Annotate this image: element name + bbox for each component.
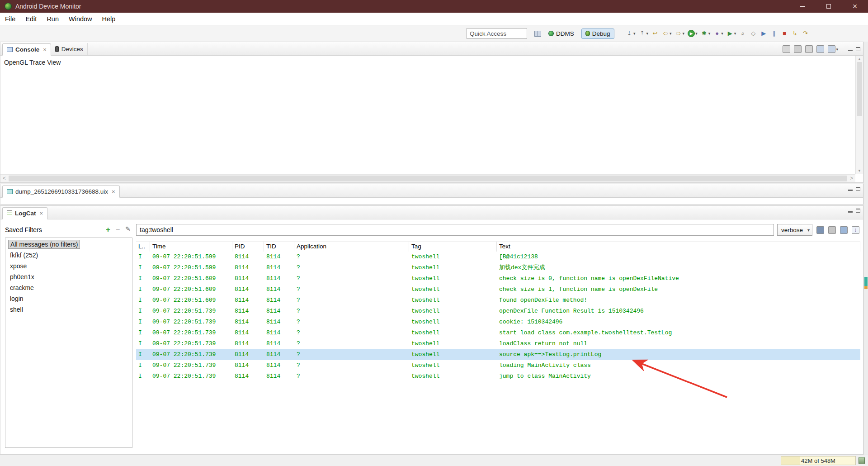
scroll-right-icon[interactable]: > (850, 175, 853, 181)
dropdown-chevron-icon[interactable]: ▾ (670, 31, 672, 36)
filter-item[interactable]: All messages (no filters) (5, 239, 132, 250)
logcat-search-input[interactable] (136, 224, 774, 236)
log-row[interactable]: I09-07 22:20:51.59981148114?twoshell[B@4… (136, 252, 860, 262)
debug-perspective-button[interactable]: Debug (581, 29, 614, 39)
edit-filter-icon[interactable]: ✎ (125, 225, 131, 234)
forward-icon[interactable]: ⇨▾ (674, 29, 686, 38)
scrollbar-thumb[interactable] (9, 176, 847, 181)
step-over-icon[interactable]: ↷ (801, 29, 810, 38)
column-header-text[interactable]: Text (497, 242, 860, 252)
close-tab-icon[interactable]: × (40, 210, 43, 217)
close-tab-icon[interactable]: × (112, 188, 115, 195)
resume-icon[interactable]: ▶ (759, 29, 768, 38)
add-filter-icon[interactable]: + (106, 225, 110, 234)
display-saved-filters-view-icon[interactable] (839, 226, 849, 234)
menu-window[interactable]: Window (64, 15, 97, 23)
menu-file[interactable]: File (0, 15, 20, 23)
scroll-left-icon[interactable]: < (3, 175, 6, 181)
scroll-down-icon[interactable]: ▼ (856, 169, 863, 173)
scroll-to-latest-icon[interactable]: ↓ (851, 226, 860, 234)
minimize-view-icon[interactable] (848, 211, 853, 213)
log-row[interactable]: I09-07 22:20:51.73981148114?twoshellstar… (136, 328, 860, 338)
dropdown-chevron-icon[interactable]: ▾ (708, 31, 711, 36)
maximize-view-icon[interactable] (856, 187, 860, 191)
maximize-view-icon[interactable] (856, 209, 860, 213)
coverage-icon[interactable]: ●▾ (712, 29, 724, 38)
filter-item[interactable]: xpose (5, 261, 132, 272)
scroll-up-icon[interactable]: ▲ (856, 57, 863, 61)
log-row[interactable]: I09-07 22:20:51.73981148114?twoshellload… (136, 360, 860, 371)
scrollbar-thumb[interactable] (857, 62, 862, 116)
filter-item[interactable]: crackme (5, 283, 132, 294)
minimize-view-icon[interactable] (848, 50, 853, 51)
dropdown-chevron-icon[interactable]: ▾ (721, 31, 723, 36)
tab-devices[interactable]: Devices (51, 43, 88, 55)
log-row[interactable]: I09-07 22:20:51.73981148114?twoshelljump… (136, 371, 860, 382)
filter-item[interactable]: ph0en1x (5, 272, 132, 283)
run-icon[interactable]: ▶▾ (687, 29, 698, 38)
menu-help[interactable]: Help (97, 15, 121, 23)
menu-edit[interactable]: Edit (20, 15, 42, 23)
step-into-icon[interactable]: ↳ (790, 29, 799, 38)
maximize-view-icon[interactable] (856, 47, 860, 51)
heap-status-widget[interactable]: 42M of 548M (781, 456, 856, 465)
run-garbage-collector-icon[interactable] (859, 457, 865, 464)
log-row[interactable]: I09-07 22:20:51.73981148114?twoshellcook… (136, 317, 860, 328)
ddms-perspective-button[interactable]: DDMS (545, 29, 578, 38)
filter-item[interactable]: login (5, 294, 132, 304)
dropdown-chevron-icon[interactable]: ▾ (683, 31, 685, 36)
external-tools-icon[interactable]: ▶▾ (726, 29, 737, 38)
scroll-lock-icon[interactable] (793, 45, 802, 53)
log-row[interactable]: I09-07 22:20:51.73981148114?twoshellload… (136, 338, 860, 349)
log-row[interactable]: I09-07 22:20:51.60981148114?twoshellchec… (136, 284, 860, 295)
maximize-button[interactable] (816, 0, 842, 13)
delete-filter-icon[interactable]: − (116, 225, 120, 234)
log-row[interactable]: I09-07 22:20:51.73981148114?twoshellopen… (136, 306, 860, 317)
suspend-icon[interactable]: ∥ (769, 29, 778, 38)
dropdown-chevron-icon[interactable]: ▾ (836, 47, 838, 52)
tab-console[interactable]: Console × (2, 43, 51, 56)
debug-launch-icon[interactable]: ✱▾ (700, 29, 712, 38)
minimize-view-icon[interactable] (848, 190, 853, 191)
save-log-icon[interactable] (816, 226, 825, 234)
dropdown-chevron-icon[interactable]: ▾ (734, 31, 736, 36)
minimize-button[interactable] (789, 0, 816, 13)
quick-access-input[interactable] (467, 28, 527, 39)
column-header-application[interactable]: Application (294, 242, 409, 252)
console-vertical-scrollbar[interactable]: ▲ ▼ (855, 56, 863, 174)
close-button[interactable]: × (842, 0, 868, 13)
console-horizontal-scrollbar[interactable]: < > (0, 174, 855, 182)
log-level-select[interactable]: verbose ▾ (777, 224, 812, 236)
log-row[interactable]: I09-07 22:20:51.60981148114?twoshellchec… (136, 273, 860, 284)
pin-console-icon[interactable] (804, 45, 814, 53)
display-selected-console-icon[interactable] (816, 45, 825, 53)
log-row[interactable]: I09-07 22:20:51.60981148114?twoshellfoun… (136, 295, 860, 306)
menu-run[interactable]: Run (42, 15, 64, 23)
tab-dump-uix[interactable]: dump_2651266910331736688.uix × (2, 185, 120, 198)
filter-item[interactable]: shell (5, 304, 132, 315)
open-type-icon[interactable]: ◇ (749, 29, 758, 38)
open-perspective-icon[interactable] (534, 31, 541, 37)
back-icon[interactable]: ⇦▾ (661, 29, 673, 38)
open-console-icon[interactable]: ▾ (827, 45, 839, 53)
dropdown-chevron-icon[interactable]: ▾ (633, 31, 636, 36)
terminate-icon[interactable]: ■ (780, 29, 789, 38)
column-header-tag[interactable]: Tag (409, 242, 497, 252)
tab-logcat[interactable]: LogCat × (2, 207, 47, 219)
next-annotation-icon[interactable]: ⇣▾ (625, 29, 637, 38)
close-tab-icon[interactable]: × (43, 46, 47, 53)
clear-console-icon[interactable] (782, 45, 791, 53)
column-header-tid[interactable]: TID (264, 242, 294, 252)
column-header-time[interactable]: Time (150, 242, 232, 252)
filter-item[interactable]: fkfkf (252) (5, 250, 132, 261)
right-edge-rail[interactable] (863, 42, 868, 455)
log-row[interactable]: I09-07 22:20:51.59981148114?twoshell加载de… (136, 262, 860, 273)
previous-annotation-icon[interactable]: ⇡▾ (638, 29, 650, 38)
dropdown-chevron-icon[interactable]: ▾ (646, 31, 649, 36)
log-row[interactable]: I09-07 22:20:51.73981148114?twoshellsour… (136, 349, 860, 360)
search-icon[interactable]: ⌕ (738, 29, 747, 38)
last-edit-location-icon[interactable]: ↩ (651, 29, 660, 38)
clear-log-icon[interactable] (827, 226, 837, 234)
dropdown-chevron-icon[interactable]: ▾ (695, 31, 698, 36)
column-header-pid[interactable]: PID (232, 242, 264, 252)
